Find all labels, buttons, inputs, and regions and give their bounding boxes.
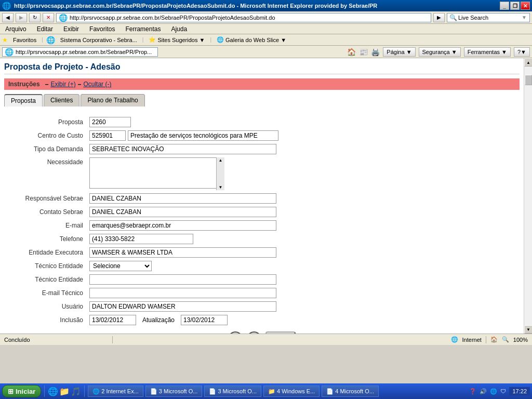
taskbar-item-4[interactable]: 📄 4 Microsoft O... [322,385,379,397]
main-content: Proposta de Projeto - Adesão Instruções … [0,58,524,334]
cancel-button[interactable]: ✕ [247,331,261,334]
email-tecnico-input[interactable] [89,288,276,298]
textarea-scroll-down[interactable]: ▼ [218,184,223,190]
telefone-input[interactable] [89,234,193,244]
fav-sistema[interactable]: Sistema Corporativo - Sebra... [58,36,139,44]
dates-row: Inclusão Atualização [4,315,520,325]
status-bar: Concluído 🌐 Internet 🏠 🔍 100% [0,334,532,345]
proposta-input[interactable] [89,117,131,127]
taskbar-icon-winamp: 🎵 [71,387,81,396]
home-icon: 🏠 [490,336,498,343]
restore-button[interactable]: ❒ [510,2,520,10]
galeria-icon: 🌐 [217,36,224,43]
fav-galeria[interactable]: 🌐 Galeria do Web Slice ▼ [215,35,288,44]
url-text: http://prsrvocsapp.pr.sebrae.com.br/Sebr… [70,15,275,21]
tecnico-select[interactable]: Selecione [89,261,152,271]
seguranca-button[interactable]: Segurança ▼ [419,47,461,57]
email-tecnico-row: E-mail Técnico [4,288,520,298]
favorites-bar: ★ Favoritos | 🌐 Sistema Corporativo - Se… [0,34,532,46]
textarea-scroll-up[interactable]: ▲ [218,157,223,163]
usuario-input[interactable] [89,301,276,312]
forward-button[interactable]: ▶ [16,13,27,22]
taskbar-icon-folder: 📁 [59,387,70,396]
show-link[interactable]: Exibir (+) [50,81,75,88]
entidade-input[interactable] [89,247,276,258]
taskbar-network-icon: 🌐 [490,388,497,395]
telefone-row: Telefone [4,234,520,244]
search-input[interactable] [458,15,521,21]
refresh-button[interactable]: ↻ [29,13,41,22]
start-button[interactable]: ⊞ Iniciar [2,385,41,397]
taskbar-item-0[interactable]: 🌐 2 Internet Ex... [88,385,143,397]
email-input[interactable] [89,220,276,231]
page-title: Proposta de Projeto - Adesão [4,62,520,74]
taskbar-separator-2 [84,385,85,397]
address-bar[interactable]: 🌐 http://prsrvocsapp.pr.sebrae.com.br/Se… [56,13,431,22]
secondary-url-text: http://prsrvocsapp.pr.sebrae.com.br/Sebr… [16,49,152,55]
necessidade-textarea[interactable] [89,157,224,189]
entidade-label: Entidade Executora [4,249,87,256]
email-row: E-mail [4,220,520,231]
help-button[interactable]: ?▼ [514,47,530,57]
tipo-demanda-input[interactable] [89,144,276,154]
menu-arquivo[interactable]: Arquivo [2,24,30,34]
taskbar-item-3[interactable]: 📁 4 Windows E... [263,385,320,397]
fav-sites-sugeridos[interactable]: ⭐ Sites Sugeridos ▼ [147,35,207,44]
zoom-value: 100% [513,337,528,343]
minimize-button[interactable]: _ [500,2,509,10]
taskbar-item-2[interactable]: 📄 3 Microsoft O... [204,385,261,397]
favorites-star-icon: ★ [2,36,8,44]
proposta-label: Proposta [4,118,87,126]
scroll-down-button[interactable]: ▼ [524,325,532,334]
tecnico-text-input[interactable] [89,274,276,285]
status-separator [112,336,113,343]
action-buttons: ✔ ✕ Anexo [4,331,520,334]
favorites-label[interactable]: Favoritos [11,36,38,44]
hide-link[interactable]: Ocultar (-) [83,81,111,88]
tab-plano-trabalho[interactable]: Plano de Trabalho [81,94,144,107]
menu-favoritos[interactable]: Favoritos [86,24,118,34]
annex-button[interactable]: Anexo [265,331,296,334]
tab-clientes[interactable]: Clientes [44,94,79,107]
taskbar-item-1-icon: 📄 [150,388,157,395]
secondary-right: 🏠 📰 🖨️ Página ▼ Segurança ▼ Ferramentas … [160,47,530,57]
menu-editar[interactable]: Editar [34,24,56,34]
atualizacao-input[interactable] [181,315,228,325]
telefone-label: Telefone [4,235,87,243]
taskbar-right: ❓ 🔊 🌐 🛡 17:22 [469,387,530,395]
taskbar-item-1[interactable]: 📄 3 Microsoft O... [145,385,203,397]
contato-input[interactable] [89,207,276,217]
menu-exibir[interactable]: Exibir [60,24,82,34]
secondary-url[interactable]: 🌐 http://prsrvocsapp.pr.sebrae.com.br/Se… [2,47,158,57]
content-area: Proposta de Projeto - Adesão Instruções … [0,58,532,334]
secondary-bar: 🌐 http://prsrvocsapp.pr.sebrae.com.br/Se… [0,46,532,58]
go-button[interactable]: ▶ [433,13,445,22]
taskbar-clock[interactable]: 17:22 [509,387,530,395]
proposta-row: Proposta [4,117,520,127]
close-button[interactable]: ✕ [521,2,530,10]
ferramentas-button[interactable]: Ferramentas ▼ [464,47,511,57]
centro-custo-input[interactable] [89,130,126,141]
menu-ferramentas[interactable]: Ferramentas [122,24,164,34]
centro-custo-row: Centro de Custo [4,130,520,141]
taskbar-shield-icon: 🛡 [500,388,506,394]
tab-proposta[interactable]: Proposta [4,94,43,107]
usuario-label: Usuário [4,303,87,310]
scroll-thumb[interactable] [525,75,532,85]
taskbar-notification-icon: ❓ [469,388,476,395]
scroll-up-button[interactable]: ▲ [524,58,532,66]
form-section: Proposta Centro de Custo Tipo da Demanda… [4,113,520,334]
taskbar-speaker-icon: 🔊 [480,388,487,395]
pagina-button[interactable]: Página ▼ [383,47,415,57]
responsavel-input[interactable] [89,193,276,204]
confirm-button[interactable]: ✔ [228,331,243,334]
centro-custo-desc-input[interactable] [128,130,278,141]
inclusao-input[interactable] [89,315,136,325]
tecnico-select-label: Técnico Entidade [4,262,87,270]
entidade-row: Entidade Executora [4,247,520,258]
taskbar-item-3-icon: 📁 [268,388,275,395]
back-button[interactable]: ◀ [2,13,14,22]
page-scrollbar[interactable]: ▲ ▼ [524,58,532,334]
stop-button[interactable]: ✕ [43,13,54,22]
menu-ajuda[interactable]: Ajuda [168,24,190,34]
